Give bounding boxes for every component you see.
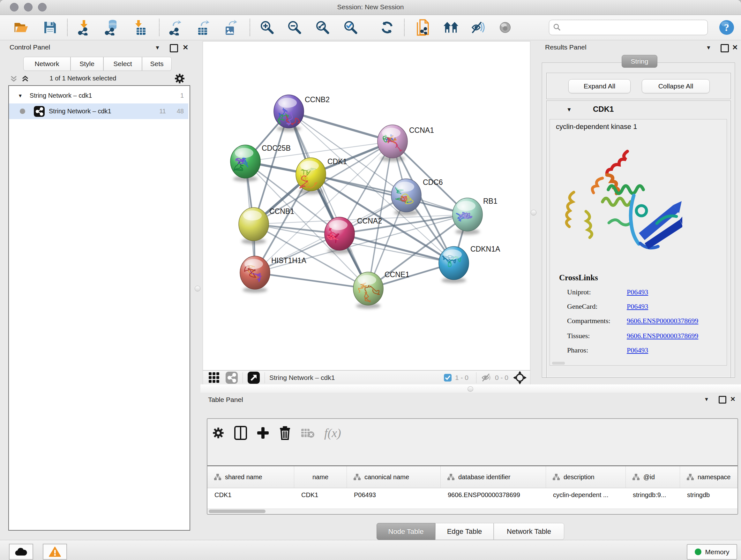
function-builder-icon[interactable]: f(x) bbox=[324, 426, 341, 440]
eye-icon[interactable] bbox=[497, 19, 513, 36]
network-node-CCNB2[interactable] bbox=[274, 95, 304, 128]
delete-column-icon[interactable] bbox=[279, 426, 291, 440]
network-node-CCNA2[interactable] bbox=[325, 217, 354, 250]
column-header--id[interactable]: @id bbox=[626, 466, 680, 488]
refresh-styles-icon[interactable] bbox=[379, 19, 395, 36]
network-node-CDC25B[interactable] bbox=[230, 145, 260, 178]
results-panel-float-button[interactable]: ▼ bbox=[706, 45, 711, 51]
tab-edge-table[interactable]: Edge Table bbox=[435, 523, 494, 540]
network-node-CDC6[interactable] bbox=[391, 179, 421, 212]
left-splitter-handle[interactable] bbox=[195, 286, 200, 292]
share-view-icon[interactable] bbox=[225, 371, 238, 384]
table-row[interactable]: CDK1CDK1P064939606.ENSP00000378699cyclin… bbox=[207, 488, 738, 510]
import-network-from-database-icon[interactable] bbox=[104, 19, 120, 36]
grid-view-icon[interactable] bbox=[208, 372, 220, 384]
show-columns-icon[interactable] bbox=[234, 426, 247, 440]
table-panel-float-button[interactable]: ▼ bbox=[704, 396, 709, 402]
table-panel-maximize-button[interactable] bbox=[719, 396, 726, 403]
table-cell[interactable]: P06493 bbox=[347, 488, 441, 510]
network-node-CDKN1A[interactable] bbox=[439, 246, 469, 280]
selected-count-checkbox-icon[interactable] bbox=[444, 374, 452, 382]
table-options-gear-icon[interactable] bbox=[212, 427, 225, 439]
cloud-status-button[interactable] bbox=[9, 544, 33, 560]
string-home-icon[interactable] bbox=[443, 19, 459, 36]
zoom-selected-icon[interactable] bbox=[343, 19, 359, 36]
table-cell[interactable]: stringdb bbox=[680, 488, 738, 510]
table-hscrollbar-track bbox=[207, 509, 738, 514]
import-network-icon[interactable] bbox=[77, 19, 92, 36]
table-cell[interactable]: stringdb:9... bbox=[626, 488, 680, 510]
tab-select[interactable]: Select bbox=[104, 57, 142, 71]
column-tree-icon bbox=[552, 474, 560, 481]
hidden-count-eye-icon[interactable] bbox=[481, 373, 492, 382]
table-hscrollbar-thumb[interactable] bbox=[209, 509, 266, 513]
zoom-fit-icon[interactable] bbox=[315, 19, 331, 36]
network-node-CCNB1[interactable] bbox=[239, 207, 269, 241]
export-table-icon[interactable] bbox=[195, 19, 211, 36]
column-header-database-identifier[interactable]: database identifier bbox=[441, 466, 546, 488]
collapse-all-button[interactable]: Collapse All bbox=[642, 79, 710, 93]
save-session-icon[interactable] bbox=[42, 19, 58, 36]
zoom-out-icon[interactable] bbox=[286, 19, 302, 36]
right-splitter-handle[interactable] bbox=[531, 210, 536, 215]
tab-sets[interactable]: Sets bbox=[142, 57, 172, 71]
column-header-namespace[interactable]: namespace bbox=[680, 466, 738, 488]
tab-network[interactable]: Network bbox=[23, 57, 71, 71]
splitter-handle[interactable] bbox=[468, 386, 473, 392]
network-options-gear-icon[interactable] bbox=[174, 73, 185, 84]
column-header-label: canonical name bbox=[364, 474, 409, 481]
network-node-CCNE1[interactable] bbox=[353, 272, 383, 305]
expand-all-networks-icon[interactable] bbox=[10, 75, 18, 83]
column-header-description[interactable]: description bbox=[546, 466, 626, 488]
crosslink-value-link[interactable]: P06493 bbox=[627, 346, 648, 354]
results-scrollbar-thumb[interactable] bbox=[552, 362, 565, 365]
network-node-RB1[interactable] bbox=[453, 198, 482, 231]
tab-network-table[interactable]: Network Table bbox=[494, 523, 564, 540]
open-in-new-window-icon[interactable] bbox=[247, 371, 260, 384]
table-cell[interactable]: cyclin-dependent ... bbox=[546, 488, 626, 510]
tab-node-table[interactable]: Node Table bbox=[377, 523, 435, 540]
string-document-icon[interactable] bbox=[415, 19, 431, 36]
export-image-icon[interactable] bbox=[223, 19, 239, 36]
export-network-icon[interactable] bbox=[168, 19, 184, 36]
delete-table-icon[interactable] bbox=[300, 428, 315, 438]
table-cell[interactable]: 9606.ENSP00000378699 bbox=[441, 488, 546, 510]
results-panel-maximize-button[interactable] bbox=[721, 44, 729, 52]
collapse-all-networks-icon[interactable] bbox=[21, 75, 29, 83]
import-table-icon[interactable] bbox=[132, 19, 148, 36]
table-panel-close-button[interactable]: ✕ bbox=[730, 395, 736, 403]
tab-string-results[interactable]: String bbox=[622, 55, 657, 68]
column-header-name[interactable]: name bbox=[294, 466, 347, 488]
help-icon[interactable]: ? bbox=[719, 19, 735, 36]
network-row-selected[interactable]: String Network – cdk1 11 48 bbox=[9, 104, 188, 119]
crosslink-value-link[interactable]: P06493 bbox=[627, 302, 648, 311]
control-panel-maximize-button[interactable] bbox=[170, 44, 178, 52]
warning-status-button[interactable] bbox=[43, 544, 67, 560]
add-column-icon[interactable] bbox=[257, 427, 269, 439]
network-node-HIST1H1A[interactable] bbox=[240, 256, 270, 289]
open-folder-icon[interactable] bbox=[13, 19, 29, 36]
network-collection-row[interactable]: ▼ String Network – cdk1 1 bbox=[9, 88, 188, 104]
crosslink-value-link[interactable]: 9606.ENSP00000378699 bbox=[627, 332, 698, 340]
table-cell[interactable]: CDK1 bbox=[207, 488, 294, 510]
column-header-shared-name[interactable]: shared name bbox=[207, 466, 294, 488]
control-panel-float-button[interactable]: ▼ bbox=[155, 45, 160, 51]
memory-status-button[interactable]: Memory bbox=[687, 544, 737, 560]
zoom-in-icon[interactable] bbox=[259, 19, 275, 36]
entry-collapse-arrow[interactable]: ▼ bbox=[566, 107, 572, 113]
tab-style[interactable]: Style bbox=[71, 57, 104, 71]
column-header-canonical-name[interactable]: canonical name bbox=[347, 466, 441, 488]
results-panel-close-button[interactable]: ✕ bbox=[732, 44, 738, 52]
table-cell[interactable]: CDK1 bbox=[294, 488, 347, 510]
control-panel-close-button[interactable]: ✕ bbox=[183, 44, 188, 52]
network-node-CDK1[interactable] bbox=[296, 158, 326, 191]
search-input[interactable] bbox=[564, 23, 708, 32]
expand-all-button[interactable]: Expand All bbox=[568, 79, 630, 93]
collection-expand-arrow[interactable]: ▼ bbox=[18, 93, 23, 98]
network-node-CCNA1[interactable] bbox=[378, 125, 408, 158]
crosslink-value-link[interactable]: 9606.ENSP00000378699 bbox=[627, 317, 698, 325]
network-canvas[interactable]: CCNB2CCNA1CDC25BCDK1CDC6RB1CCNB1CCNA2CDK… bbox=[203, 41, 530, 370]
fit-selected-crosshair-icon[interactable] bbox=[513, 371, 527, 385]
crosslink-value-link[interactable]: P06493 bbox=[627, 288, 648, 296]
eye-hidden-icon[interactable] bbox=[470, 19, 486, 36]
